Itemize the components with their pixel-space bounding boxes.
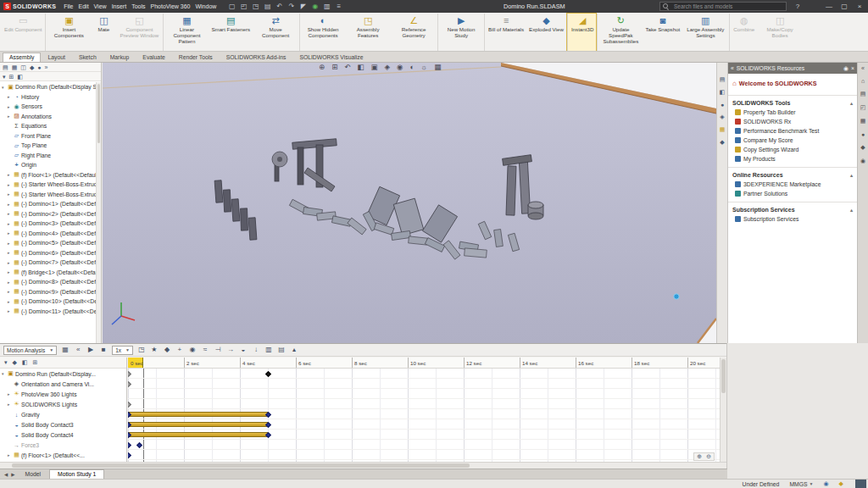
menu-tools[interactable]: Tools [129, 3, 147, 9]
tree-item[interactable]: Right Plane [0, 151, 96, 161]
select-icon[interactable]: ◤ [298, 0, 308, 13]
scrollbar-thumb[interactable] [97, 84, 100, 143]
my-products-link[interactable]: My Products [728, 154, 857, 164]
motion-tree-item[interactable]: ▾ Domino Run (Default<Display... [0, 369, 126, 379]
timeline-horizontal-scrollbar[interactable] [0, 462, 726, 469]
tree-item[interactable]: ▸ Annotations [0, 112, 96, 122]
tree-item[interactable]: ▸ Sensors [0, 102, 96, 112]
tab-evaluate[interactable]: Evaluate [136, 53, 171, 62]
tree-item[interactable]: ▸ (-) Domino<6> (Default<<Defa... [0, 248, 96, 258]
tree-vertical-scrollbar[interactable] [96, 82, 101, 343]
timeline-keypoint[interactable] [136, 441, 142, 447]
tree-item[interactable]: ▸ (-) Domino<4> (Default<<Defa... [0, 229, 96, 239]
timeline-keypoint[interactable] [265, 370, 271, 376]
hide-show-items-icon[interactable]: ◉ [397, 63, 403, 71]
configurationmanager-icon[interactable]: ◫ [20, 63, 26, 72]
force-icon[interactable]: → [225, 344, 236, 356]
timeline-lane[interactable] [128, 440, 720, 450]
section-title-solidworks-tools[interactable]: SOLIDWORKS Tools ▴ [728, 95, 857, 108]
tree-item[interactable]: ▸ (-) Domino<2> (Default<<Defa... [0, 209, 96, 219]
displaymanager-icon[interactable]: ● [37, 63, 41, 72]
clipboard-icon[interactable]: ▤ [720, 76, 726, 83]
study-type-dropdown[interactable]: Motion Analysis ▼ [3, 346, 57, 355]
scene-icon[interactable]: ◈ [720, 114, 724, 120]
featuremanager-tree-icon[interactable]: ▤ [3, 63, 8, 72]
timeline-lane[interactable] [128, 419, 720, 430]
solidworks-forum-tab-icon[interactable]: ◉ [860, 158, 865, 164]
tab-render-tools[interactable]: Render Tools [172, 53, 220, 62]
tab-layout[interactable]: Layout [41, 53, 71, 62]
autokey-icon[interactable]: ◆ [162, 344, 172, 356]
filter-icon[interactable]: ◆ [720, 139, 724, 146]
damper-icon[interactable]: ⊣ [213, 344, 223, 356]
tree-item[interactable]: ▸ (-) Domino<10> (Default<<Def... [0, 297, 96, 307]
motion-tree-item[interactable]: ▸ PhotoView 360 Lights [0, 389, 126, 399]
play-icon[interactable]: ▶ [86, 344, 96, 356]
menu-insert[interactable]: Insert [109, 3, 130, 9]
reference-geometry-button[interactable]: ∠ Reference Geometry [391, 14, 437, 51]
gravity-icon[interactable]: ↓ [251, 344, 261, 356]
tree-item[interactable]: ▾ Domino Run (Default<Display Stat... [0, 82, 96, 92]
custom-properties-tab-icon[interactable]: ◆ [860, 144, 865, 151]
tree-item[interactable]: ▸ History [0, 92, 96, 103]
timeline-change-bar[interactable] [128, 422, 268, 427]
timeline-keypoint[interactable] [128, 401, 131, 407]
section-view-icon[interactable]: ◧ [357, 63, 364, 71]
tree-item[interactable]: ▸ (f) Floor<1> (Default<<Default... [0, 170, 96, 180]
graphics-viewport[interactable]: ⊕⊞↶◧▣◈◉◐☼▦ [103, 63, 716, 343]
timeline-vertical-scrollbar[interactable] [720, 358, 726, 462]
unit-system-dropdown[interactable]: MMGS ▼ [789, 481, 813, 487]
tab-motion-study-1[interactable]: Motion Study 1 [49, 469, 104, 479]
file-properties-icon[interactable]: ▥ [322, 0, 331, 13]
combine-button[interactable]: ◍ Combine [729, 14, 757, 51]
view-palette-tab-icon[interactable]: ▦ [860, 118, 866, 125]
tree-item[interactable]: ▸ (-) Domino<11> (Default<<Def... [0, 307, 96, 317]
timeline-lanes[interactable] [128, 369, 720, 462]
view-settings-icon[interactable]: ▦ [434, 63, 441, 71]
close-icon[interactable]: × [851, 65, 854, 71]
component-preview-window-button[interactable]: ◱ Component Preview Window [116, 14, 162, 51]
pin-icon[interactable]: ◉ [843, 65, 849, 72]
edit-component-button[interactable]: ▭ Edit Component [2, 14, 44, 51]
tree-item[interactable]: ▸ (-) Domino<9> (Default<<Defa... [0, 287, 96, 297]
playback-speed-dropdown[interactable]: 1x ▼ [112, 346, 133, 355]
move-component-button[interactable]: ⇄ Move Component [253, 14, 298, 51]
apply-scene-icon[interactable]: ☼ [421, 63, 428, 71]
timeline-keypoint[interactable] [128, 370, 131, 376]
timeline-keypoint[interactable] [265, 411, 271, 417]
tab-model[interactable]: Model [16, 469, 49, 479]
previous-view-icon[interactable]: ↶ [344, 63, 350, 71]
tree-item[interactable]: ▸ (-) Domino<8> (Default<<Defa... [0, 277, 96, 287]
menu-view[interactable]: View [92, 3, 109, 9]
tab-solidworks-visualize[interactable]: SOLIDWORKS Visualize [292, 53, 370, 62]
contact-icon[interactable]: ◒ [238, 344, 248, 356]
solidworks-rx-link[interactable]: SOLIDWORKS Rx [728, 117, 857, 126]
rebuild-icon[interactable]: ◉ [310, 0, 320, 13]
timeline-keypoint[interactable] [128, 380, 131, 386]
design-library-tab-icon[interactable]: ▤ [860, 91, 866, 97]
tab-assembly[interactable]: Assembly [3, 53, 41, 62]
timeline-keypoint[interactable] [265, 421, 271, 427]
timeline-lane[interactable] [128, 399, 720, 409]
new-file-icon[interactable]: ▢ [227, 0, 236, 13]
timeline-keypoint[interactable] [128, 441, 131, 447]
viewport-3d-scene[interactable] [103, 63, 716, 343]
mate-button[interactable]: ◫ Mate [91, 14, 116, 51]
solidworks-resources-tab-icon[interactable]: ⌂ [861, 78, 865, 84]
menu-edit[interactable]: Edit [76, 3, 92, 9]
animation-wizard-icon[interactable]: ★ [149, 344, 159, 356]
edit-appearance-icon[interactable]: ◐ [409, 63, 414, 71]
tree-item[interactable]: ▸ (-) Domino<5> (Default<<Defa... [0, 238, 96, 248]
tree-item[interactable]: ▸ (-) Domino<3> (Default<<Defa... [0, 219, 96, 229]
appearance-icon[interactable]: ● [721, 102, 724, 108]
tab-markup[interactable]: Markup [103, 53, 136, 62]
exploded-view-button[interactable]: ◆ Exploded View [526, 14, 566, 51]
timeline-ruler[interactable]: 0 sec2 sec4 sec6 sec8 sec10 sec12 sec14 … [128, 358, 720, 369]
smart-fasteners-button[interactable]: ▤ Smart Fasteners [209, 14, 253, 51]
timeline[interactable]: 0 sec2 sec4 sec6 sec8 sec10 sec12 sec14 … [128, 358, 720, 462]
motion-tree-item[interactable]: ▸ (f) Floor<1> (Default<<... [0, 450, 126, 460]
collapse-taskpane-icon[interactable]: « [861, 65, 865, 71]
redo-icon[interactable]: ↷ [287, 0, 296, 13]
timeline-change-bar[interactable] [128, 412, 268, 417]
property-tab-builder-link[interactable]: Property Tab Builder [728, 108, 857, 117]
